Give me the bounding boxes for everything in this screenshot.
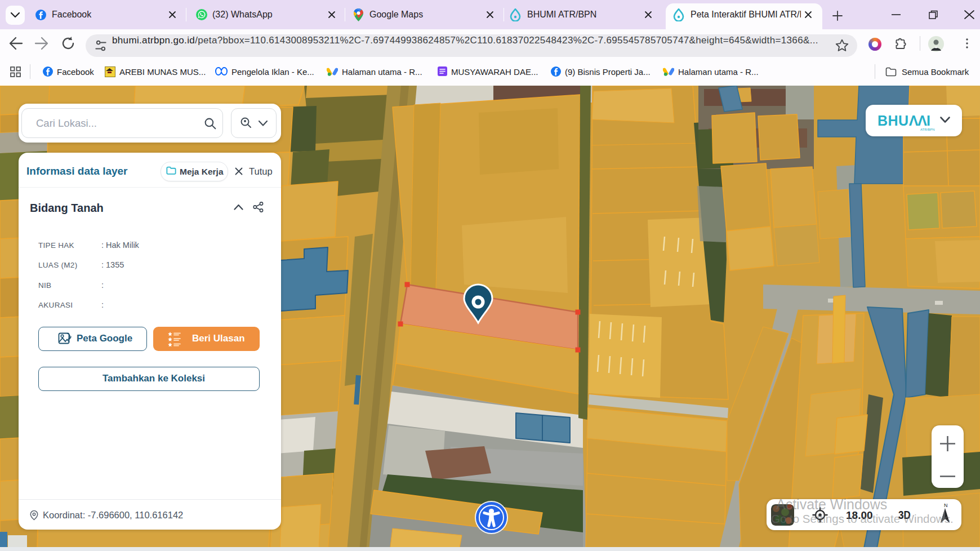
svg-text:N: N — [944, 503, 948, 508]
